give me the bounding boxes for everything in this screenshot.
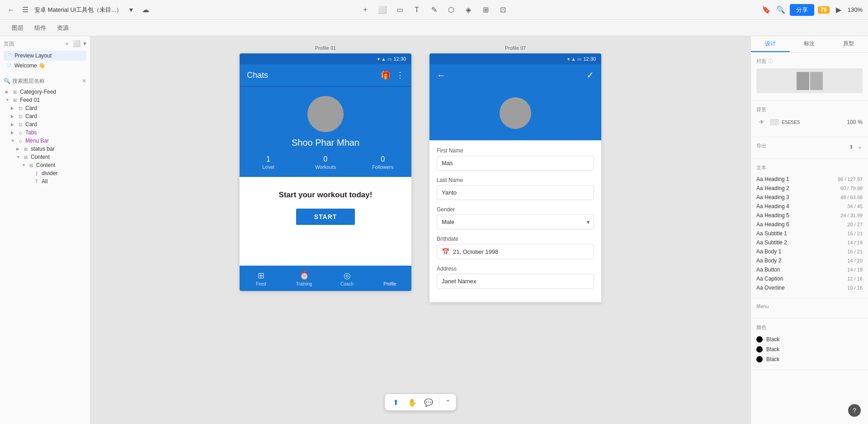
form-input-address[interactable] bbox=[437, 274, 594, 289]
wifi-icon: ▾ bbox=[377, 57, 380, 62]
bookmark-icon[interactable]: 🔖 bbox=[761, 5, 772, 15]
more-icon[interactable]: ⋮ bbox=[396, 70, 404, 80]
share-button[interactable]: 分享 bbox=[790, 4, 814, 16]
cursor-tool-hand[interactable]: ✋ bbox=[407, 397, 418, 408]
right-tab-proto[interactable]: 原型 bbox=[829, 36, 868, 52]
align-icon[interactable]: ⊞ bbox=[480, 5, 491, 15]
profile-stats: 1 Level 0 Workouts 0 Followers bbox=[240, 155, 411, 170]
text-icon[interactable]: T bbox=[411, 5, 422, 15]
gift-icon[interactable]: 🎁 bbox=[381, 70, 391, 80]
dropdown-icon[interactable]: ▾ bbox=[126, 5, 137, 15]
add-icon[interactable]: ＋ bbox=[360, 5, 371, 15]
layer-name: Category-Feed bbox=[20, 89, 85, 95]
back-button[interactable]: ← bbox=[437, 70, 446, 81]
layer-item-card1[interactable]: ▶ ⊡ Card bbox=[4, 104, 86, 112]
color-item-2: Black bbox=[756, 344, 863, 354]
right-panel-tabs: 设计 标注 原型 bbox=[751, 36, 868, 52]
layer-arrow: ▶ bbox=[11, 122, 15, 127]
layer-close-icon[interactable]: ✕ bbox=[82, 78, 86, 84]
check-button[interactable]: ✓ bbox=[586, 70, 594, 81]
layer-item-all[interactable]: ▶ T All bbox=[4, 177, 86, 186]
tab-components[interactable]: 组件 bbox=[30, 21, 51, 35]
layer-item-statusbar[interactable]: ▶ ⊞ status bar bbox=[4, 145, 86, 153]
layer-frame-icon: ⊞ bbox=[28, 163, 34, 168]
cursor-expand-icon[interactable]: ⌃ bbox=[445, 399, 451, 406]
cursor-tool-comment[interactable]: 💬 bbox=[423, 397, 434, 408]
text-style-h6: Aa Heading 6 20 / 27 bbox=[756, 220, 863, 229]
pen-icon[interactable]: ✎ bbox=[429, 5, 439, 15]
battery-icon-07: ▭ bbox=[577, 57, 581, 62]
shape-icon[interactable]: ▭ bbox=[394, 5, 405, 15]
layer-name: Content bbox=[36, 162, 85, 168]
layer-item-content2[interactable]: ▼ ⊞ Content bbox=[4, 161, 86, 169]
page-menu-btn[interactable]: ▾ bbox=[83, 40, 86, 48]
add-page-btn[interactable]: ＋ bbox=[64, 40, 70, 48]
coach-icon: ◎ bbox=[344, 271, 351, 281]
ts-size-sub2: 14 / 19 bbox=[847, 240, 863, 245]
form-group-address: Address bbox=[437, 266, 594, 289]
nav-profile[interactable]: 👤 Profile bbox=[368, 271, 411, 286]
help-button[interactable]: ? bbox=[848, 404, 861, 417]
nav-training[interactable]: ⏰ Training bbox=[283, 271, 326, 286]
back-icon[interactable]: ← bbox=[5, 5, 16, 15]
layer-search-icon: 🔍 bbox=[4, 78, 10, 84]
pages-section: 页面 ＋ ⬜ ▾ 📄 Preview Layout 📄 Welcome 👋 bbox=[0, 36, 90, 74]
export-upload-icon[interactable]: ⬆ bbox=[849, 144, 854, 152]
vector-icon[interactable]: ⬡ bbox=[446, 5, 457, 15]
color-dot-1 bbox=[756, 336, 763, 343]
layer-item-tabs[interactable]: ▶ ◇ Tabs bbox=[4, 129, 86, 137]
menu-icon[interactable]: ☰ bbox=[20, 5, 31, 15]
layer-item-divider[interactable]: ▶ | divider bbox=[4, 169, 86, 177]
right-tab-annotate[interactable]: 标注 bbox=[790, 36, 829, 52]
nav-coach[interactable]: ◎ Coach bbox=[326, 271, 368, 286]
bg-color-preview[interactable] bbox=[770, 119, 779, 125]
export-section: 导出 ⬆ ＋ bbox=[751, 137, 868, 159]
tab-layers[interactable]: 图层 bbox=[7, 21, 28, 35]
layer-item-card3[interactable]: ▶ ⊡ Card bbox=[4, 120, 86, 129]
form-group-gender: Gender Male Female ▾ bbox=[437, 206, 594, 229]
layer-search-input[interactable] bbox=[12, 78, 82, 84]
page-layout-btn[interactable]: ⬜ bbox=[73, 40, 80, 48]
layer-item-feed01[interactable]: ▼ ⊞ Feed 01 bbox=[4, 96, 86, 104]
page-item-preview[interactable]: 📄 Preview Layout bbox=[4, 51, 86, 61]
profile-header-01: Shoo Phar Mhan 1 Level 0 Workouts 0 Foll bbox=[240, 87, 411, 177]
workout-title: Start your workout today! bbox=[247, 191, 404, 200]
form-input-firstname[interactable] bbox=[437, 156, 594, 171]
export-add-icon[interactable]: ＋ bbox=[857, 144, 863, 152]
layer-item-card2[interactable]: ▶ ⊡ Card bbox=[4, 112, 86, 120]
info-icon: ⓘ bbox=[768, 58, 773, 65]
nav-feed[interactable]: ⊞ Feed bbox=[240, 271, 283, 286]
color-name-1: Black bbox=[766, 336, 779, 343]
page-item-welcome[interactable]: 📄 Welcome 👋 bbox=[4, 61, 86, 71]
app-bar-title: Chats bbox=[247, 71, 268, 80]
layer-arrow: ▶ bbox=[11, 130, 15, 135]
form-select-gender[interactable]: Male Female bbox=[437, 214, 594, 229]
tab-assets[interactable]: 资源 bbox=[52, 21, 73, 35]
ts-size-h6: 20 / 27 bbox=[847, 222, 863, 227]
layer-item-content1[interactable]: ▼ ⊞ Content bbox=[4, 153, 86, 161]
layer-name: Card bbox=[25, 113, 85, 119]
cloud-icon[interactable]: ☁ bbox=[140, 5, 151, 15]
layer-item-menubar[interactable]: ▼ ◇ Menu Bar bbox=[4, 137, 86, 145]
text-style-overline: Aa Overline 10 / 16 bbox=[756, 283, 863, 292]
play-icon[interactable]: ▶ bbox=[833, 5, 844, 15]
date-input-wrapper[interactable]: 📅 21, October 1998 bbox=[437, 244, 594, 259]
component-icon[interactable]: ◈ bbox=[463, 5, 474, 15]
cursor-tool-select[interactable]: ⬆ bbox=[391, 397, 401, 408]
frame-icon[interactable]: ⬜ bbox=[377, 5, 388, 15]
content-filler bbox=[240, 238, 411, 266]
background-title: 背景 bbox=[756, 106, 863, 113]
layer-item-category-feed[interactable]: ▶ ⊞ Category-Feed bbox=[4, 88, 86, 96]
ts-size-h5: 24 / 31.99 bbox=[840, 213, 863, 218]
app-title: 安卓 Material UI工具包（未目...） bbox=[34, 6, 122, 14]
text-style-button: Aa Button 14 / 19 bbox=[756, 265, 863, 274]
color-section-title: 颜色 bbox=[756, 324, 863, 331]
crop-icon[interactable]: ⊡ bbox=[497, 5, 508, 15]
right-tab-design[interactable]: 设计 bbox=[751, 36, 790, 52]
form-input-lastname[interactable] bbox=[437, 185, 594, 200]
search-icon[interactable]: 🔍 bbox=[775, 5, 786, 15]
layer-name: Menu Bar bbox=[25, 138, 85, 144]
layer-frame-icon: ⊞ bbox=[23, 147, 29, 152]
bg-visibility-icon[interactable]: 👁 bbox=[756, 117, 767, 128]
start-button[interactable]: START bbox=[296, 209, 355, 225]
